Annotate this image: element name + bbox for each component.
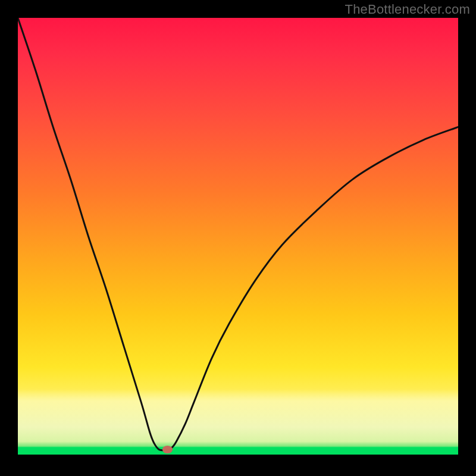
bottleneck-curve bbox=[18, 18, 458, 455]
chart-frame: TheBottlenecker.com bbox=[0, 0, 476, 476]
plot-area bbox=[18, 18, 458, 455]
optimum-marker bbox=[162, 446, 173, 453]
watermark-text: TheBottlenecker.com bbox=[345, 2, 470, 17]
